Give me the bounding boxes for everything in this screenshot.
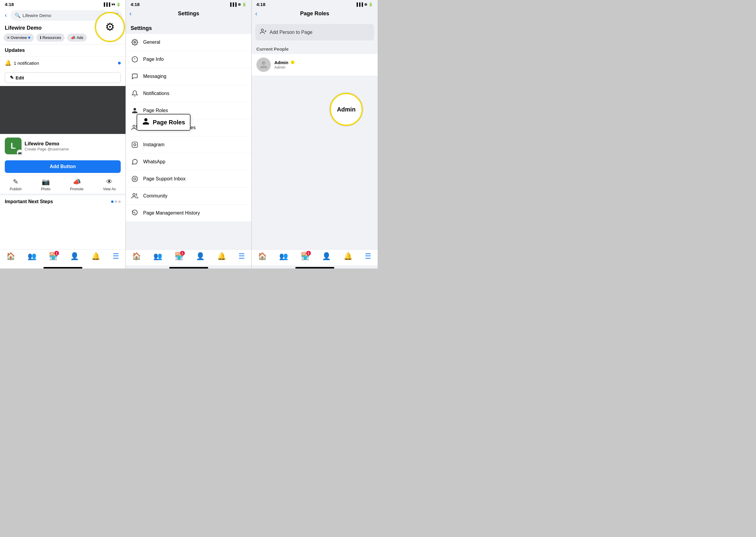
panel-2: 4:18 ▐▐▐ ⊜ 🔋 ‹ Settings Settings General… <box>126 0 251 268</box>
settings-item-whatsapp[interactable]: WhatsApp <box>126 153 251 171</box>
search-input-wrap: 🔍 <box>11 10 109 21</box>
cover-photo-area <box>0 86 126 134</box>
settings-item-history[interactable]: Page Management History <box>126 205 251 222</box>
community-label: Community <box>143 193 168 199</box>
nav-friends-3[interactable]: 👥 <box>279 252 288 261</box>
marketplace-badge-2: 1 <box>180 251 185 256</box>
notification-row: 🔔 1 notification <box>0 56 126 69</box>
search-input[interactable] <box>22 13 104 18</box>
svg-point-0 <box>134 41 136 43</box>
action-promote[interactable]: 📣 Promote <box>70 178 83 191</box>
status-icons-3: ▐▐▐ ⊜ 🔋 <box>355 2 373 7</box>
nav-marketplace-1[interactable]: 🏪 1 <box>49 252 58 261</box>
home-indicator-3 <box>295 267 334 268</box>
view-as-icon: 👁 <box>106 178 113 186</box>
important-section: Important Next Steps <box>0 193 126 208</box>
bottom-nav-1: 🏠 👥 🏪 1 👤 🔔 ☰ <box>0 249 126 265</box>
back-button-2[interactable]: ‹ <box>130 10 132 18</box>
nav-groups-1[interactable]: 👤 <box>70 252 79 261</box>
pageroles-label: Page Roles <box>143 108 168 113</box>
action-row: ✎ Publish 📷 Photo 📣 Promote 👁 View As <box>0 175 126 193</box>
settings-item-support[interactable]: Page Support Inbox <box>126 171 251 187</box>
updates-bar: Updates <box>0 44 126 56</box>
tab-overview[interactable]: ≡ Overview <box>4 34 34 42</box>
status-icons-1: ▐▐▐ ▾▾ 🔋 <box>102 2 121 7</box>
camera-icon: 📷 <box>17 149 23 155</box>
edit-button[interactable]: ✎ Edit <box>5 72 121 83</box>
support-label: Page Support Inbox <box>143 176 185 182</box>
notifications-icon <box>131 89 139 98</box>
nav-home-1[interactable]: 🏠 <box>6 252 15 261</box>
bottom-nav-3: 🏠 👥 🏪 1 👤 🔔 ☰ <box>251 249 378 265</box>
add-person-button[interactable]: Add Person to Page <box>255 24 374 40</box>
nav-marketplace-2[interactable]: 🏪 1 <box>174 252 184 261</box>
settings-section-title: Settings <box>126 21 251 34</box>
photo-icon: 📷 <box>42 178 50 186</box>
add-button[interactable]: Add Button <box>5 160 121 173</box>
person-info: Admin Admin <box>274 60 294 69</box>
marketplace-badge-1: 1 <box>54 251 59 256</box>
nav-menu-3[interactable]: ☰ <box>365 252 371 261</box>
tab-resources[interactable]: ℹ Resources <box>36 34 65 42</box>
back-button-3[interactable]: ‹ <box>255 10 257 18</box>
nav-home-3[interactable]: 🏠 <box>258 252 267 261</box>
settings-item-pageinfo[interactable]: Page Info <box>126 51 251 68</box>
nav-marketplace-3[interactable]: 🏪 1 <box>301 252 310 261</box>
signal-icon-3: ▐▐▐ <box>355 2 363 7</box>
tab-ads[interactable]: 📣 Ads <box>67 34 87 42</box>
pageroles-icon <box>131 106 139 115</box>
notification-text: 1 notification <box>14 61 39 65</box>
nav-menu-2[interactable]: ☰ <box>239 252 245 261</box>
nav-groups-3[interactable]: 👤 <box>322 252 331 261</box>
action-publish[interactable]: ✎ Publish <box>10 178 21 191</box>
page-name: Lifewire Demo <box>24 141 69 147</box>
nav-groups-2[interactable]: 👤 <box>196 252 205 261</box>
settings-item-notifications[interactable]: Notifications <box>126 85 251 102</box>
nav-friends-2[interactable]: 👥 <box>153 252 162 261</box>
signal-icon: ▐▐▐ <box>102 2 110 7</box>
settings-item-community[interactable]: Community <box>126 187 251 205</box>
yellow-dot-indicator <box>291 61 294 64</box>
settings-header: ‹ Settings <box>126 8 251 21</box>
list-icon: ≡ <box>7 35 10 40</box>
time-2: 4:18 <box>131 2 139 7</box>
person-name: Admin <box>274 60 294 65</box>
history-icon <box>131 209 139 217</box>
status-bar-1: 4:18 ▐▐▐ ▾▾ 🔋 <box>0 0 126 8</box>
notification-dot <box>118 62 121 64</box>
page-roles-header: ‹ Page Roles <box>251 8 378 21</box>
settings-item-instagram[interactable]: Instagram <box>126 136 251 153</box>
community-icon <box>131 192 139 200</box>
page-roles-title: Page Roles <box>300 11 329 17</box>
svg-point-10 <box>261 29 263 31</box>
important-header: Important Next Steps <box>5 199 121 204</box>
nav-notifications-1[interactable]: 🔔 <box>91 252 100 261</box>
person-item: Admin Admin <box>251 54 378 75</box>
panel-3: 4:18 ▐▐▐ ⊜ 🔋 ‹ Page Roles Add Person to … <box>251 0 378 268</box>
svg-point-8 <box>133 178 136 180</box>
search-icon: 🔍 <box>15 13 21 18</box>
svg-point-9 <box>133 193 135 196</box>
add-person-label: Add Person to Page <box>270 30 312 35</box>
action-view-as[interactable]: 👁 View As <box>103 178 116 191</box>
nav-notifications-3[interactable]: 🔔 <box>344 252 353 261</box>
instagram-label: Instagram <box>143 142 165 147</box>
time-3: 4:18 <box>256 2 265 7</box>
nav-notifications-2[interactable]: 🔔 <box>217 252 226 261</box>
settings-header-title: Settings <box>178 11 199 17</box>
home-indicator-1 <box>43 267 82 268</box>
person-role: Admin <box>274 65 294 69</box>
settings-item-messaging[interactable]: Messaging <box>126 68 251 85</box>
action-photo[interactable]: 📷 Photo <box>41 178 50 191</box>
back-button-1[interactable]: ‹ <box>4 11 8 19</box>
signal-icon-2: ▐▐▐ <box>229 2 237 7</box>
nav-menu-1[interactable]: ☰ <box>113 252 119 261</box>
nav-friends-1[interactable]: 👥 <box>27 252 37 261</box>
messaging-label: Messaging <box>143 74 166 79</box>
general-label: General <box>143 40 160 45</box>
settings-item-general[interactable]: General <box>126 34 251 51</box>
wifi-icon-3: ⊜ <box>364 2 367 7</box>
nav-home-2[interactable]: 🏠 <box>132 252 141 261</box>
whatsapp-icon <box>131 158 139 166</box>
battery-icon: 🔋 <box>116 2 121 7</box>
